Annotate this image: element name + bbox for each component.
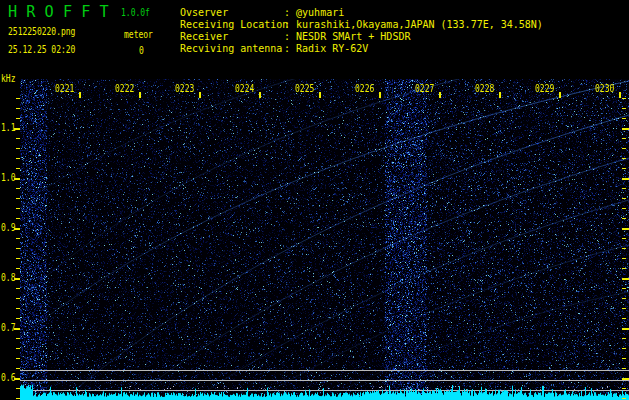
y-tick-mark: [622, 218, 626, 219]
info-row-receiver: Receiver: NESDR SMArt + HDSDR: [180, 31, 543, 43]
x-tick-label: 0223: [175, 84, 194, 94]
info-value: NESDR SMArt + HDSDR: [296, 31, 410, 42]
info-value: kurashiki,Okayama,JAPAN (133.77E, 34.58N…: [296, 19, 543, 30]
x-tick-mark: [259, 92, 261, 98]
y-tick-mark: [16, 308, 20, 309]
y-tick-mark: [622, 228, 629, 230]
x-tick-mark: [379, 92, 381, 98]
info-value: Radix RY-62V: [296, 43, 368, 54]
output-filename: 2512250220.png: [8, 27, 75, 37]
y-tick-mark: [16, 138, 20, 139]
y-tick-mark: [622, 238, 626, 239]
info-value: @yuhmari: [296, 7, 344, 18]
y-tick-mark: [622, 258, 626, 259]
y-tick-mark: [16, 338, 20, 339]
y-tick-mark: [622, 338, 626, 339]
y-tick-mark: [14, 178, 20, 180]
y-tick-mark: [622, 108, 626, 109]
x-tick-mark: [619, 92, 621, 98]
x-tick-label: 0227: [415, 84, 434, 94]
y-tick-mark: [16, 388, 20, 389]
y-tick-mark: [14, 378, 20, 380]
x-tick-mark: [319, 92, 321, 98]
info-label: Recviving antenna: [180, 43, 284, 55]
y-tick-mark: [622, 298, 626, 299]
meteor-counter-value: 0: [139, 46, 144, 56]
x-tick-label: 0226: [355, 84, 374, 94]
hrofft-output: H R O F F T 1.0.0f 2512250220.png 25.12.…: [0, 0, 629, 400]
y-axis-unit-label: kHz: [1, 74, 15, 84]
app-version: 1.0.0f: [121, 8, 150, 18]
info-separator: :: [284, 43, 296, 54]
y-tick-mark: [16, 168, 20, 169]
y-tick-mark: [14, 228, 20, 230]
y-tick-mark: [16, 398, 20, 399]
y-tick-mark: [14, 278, 20, 280]
x-tick-label: 0224: [235, 84, 254, 94]
x-tick-mark: [139, 92, 141, 98]
y-tick-mark: [622, 348, 626, 349]
y-tick-mark: [622, 248, 626, 249]
y-tick-mark: [622, 118, 626, 119]
info-row-antenna: Recviving antenna: Radix RY-62V: [180, 43, 543, 55]
y-tick-mark: [16, 268, 20, 269]
x-tick-mark: [199, 92, 201, 98]
y-tick-mark: [14, 128, 20, 130]
y-tick-mark: [622, 328, 629, 330]
y-tick-mark: [622, 368, 626, 369]
x-tick-mark: [559, 92, 561, 98]
y-tick-mark: [622, 318, 626, 319]
y-tick-mark: [16, 248, 20, 249]
info-label: Ovserver: [180, 7, 284, 19]
y-tick-mark: [622, 288, 626, 289]
y-tick-mark: [622, 308, 626, 309]
y-tick-mark: [16, 118, 20, 119]
info-separator: :: [284, 31, 296, 42]
x-tick-mark: [79, 92, 81, 98]
y-tick-mark: [16, 218, 20, 219]
y-tick-mark: [622, 158, 626, 159]
y-tick-mark: [622, 98, 626, 99]
spectrogram-canvas: [20, 79, 629, 400]
info-separator: :: [284, 7, 296, 18]
x-tick-label: 0222: [115, 84, 134, 94]
x-tick-label: 0221: [55, 84, 74, 94]
x-tick-label: 0230: [595, 84, 614, 94]
y-tick-mark: [16, 188, 20, 189]
y-tick-mark: [622, 138, 626, 139]
x-tick-label: 0225: [295, 84, 314, 94]
y-tick-mark: [16, 368, 20, 369]
y-tick-mark: [16, 108, 20, 109]
y-tick-mark: [16, 258, 20, 259]
y-tick-mark: [622, 378, 629, 380]
y-tick-mark: [622, 268, 626, 269]
y-tick-mark: [16, 198, 20, 199]
x-tick-label: 0229: [535, 84, 554, 94]
info-separator: :: [284, 19, 296, 30]
x-tick-mark: [499, 92, 501, 98]
info-row-observer: Ovserver: @yuhmari: [180, 7, 543, 19]
y-tick-mark: [622, 128, 629, 130]
x-tick-label: 0228: [475, 84, 494, 94]
y-tick-mark: [16, 288, 20, 289]
y-tick-mark: [622, 178, 629, 180]
y-tick-mark: [622, 208, 626, 209]
y-tick-mark: [622, 188, 626, 189]
y-tick-mark: [16, 98, 20, 99]
y-tick-mark: [622, 398, 626, 399]
y-tick-mark: [622, 278, 629, 280]
y-tick-mark: [622, 168, 626, 169]
y-tick-mark: [16, 208, 20, 209]
timestamp: 25.12.25 02:20: [8, 45, 75, 55]
y-tick-mark: [16, 148, 20, 149]
y-tick-mark: [16, 348, 20, 349]
y-tick-mark: [16, 358, 20, 359]
x-tick-mark: [439, 92, 441, 98]
y-tick-mark: [16, 238, 20, 239]
info-label: Receiver: [180, 31, 284, 43]
app-title: H R O F F T: [8, 4, 109, 20]
observation-info: Ovserver: @yuhmari Receiving Location: k…: [180, 7, 543, 55]
y-tick-mark: [16, 318, 20, 319]
y-tick-mark: [16, 158, 20, 159]
y-tick-mark: [16, 298, 20, 299]
